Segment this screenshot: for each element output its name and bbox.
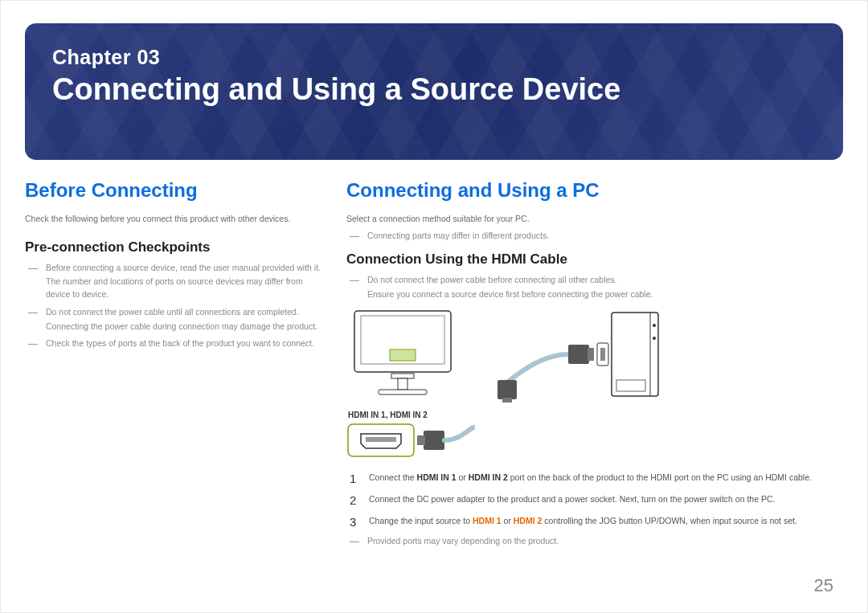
caution-subtext: Ensure you connect a source device first… <box>367 288 843 301</box>
list-item: Connecting parts may differ in different… <box>346 230 843 243</box>
step-number: 3 <box>350 513 356 532</box>
svg-rect-14 <box>588 348 594 361</box>
section-heading-before-connecting: Before Connecting <box>25 179 322 202</box>
section-intro: Select a connection method suitable for … <box>346 213 843 225</box>
manual-page: Chapter 03 Connecting and Using a Source… <box>0 0 868 613</box>
chapter-banner: Chapter 03 Connecting and Using a Source… <box>25 23 843 160</box>
svg-rect-16 <box>502 398 512 403</box>
port-label: HDMI IN 1, HDMI IN 2 <box>348 411 843 419</box>
step-text-part: Change the input source to <box>369 516 473 525</box>
list-item: Check the types of ports at the back of … <box>25 337 322 350</box>
svg-rect-19 <box>424 431 444 450</box>
chapter-label: Chapter 03 <box>52 46 816 69</box>
section-intro: Check the following before you connect t… <box>25 213 322 225</box>
footnote-list: Provided ports may vary depending on the… <box>346 535 843 548</box>
monitor-to-pc-diagram <box>346 306 684 403</box>
note-text: Connecting parts may differ in different… <box>367 231 549 240</box>
svg-rect-4 <box>398 378 407 390</box>
svg-rect-12 <box>600 348 605 361</box>
subsection-heading-checkpoints: Pre-connection Checkpoints <box>25 239 322 255</box>
caution-text: Do not connect the power cable before co… <box>367 275 617 284</box>
step-highlight: HDMI 2 <box>514 516 542 525</box>
hdmi-port-closeup <box>346 423 475 458</box>
svg-rect-20 <box>417 435 425 445</box>
step-text-part: or <box>502 516 514 525</box>
step-list: 1 Connect the HDMI IN 1 or HDMI IN 2 por… <box>346 471 843 527</box>
note-list: Connecting parts may differ in different… <box>346 230 843 243</box>
list-item: Before connecting a source device, read … <box>25 262 322 301</box>
left-column: Before Connecting Check the following be… <box>25 179 322 553</box>
connection-diagram: HDMI IN 1, HDMI IN 2 <box>346 306 843 461</box>
list-item: Do not connect the power cable until all… <box>25 306 322 333</box>
step-text-part: port on the back of the product to the H… <box>508 472 812 482</box>
svg-rect-3 <box>391 374 414 378</box>
footnote-text: Provided ports may vary depending on the… <box>367 536 559 546</box>
step-item: 2 Connect the DC power adapter to the pr… <box>346 492 843 506</box>
svg-rect-5 <box>379 390 427 394</box>
section-heading-using-pc: Connecting and Using a PC <box>346 179 843 202</box>
svg-rect-18 <box>366 437 396 442</box>
svg-rect-15 <box>497 380 517 399</box>
bullet-text: Do not connect the power cable until all… <box>46 307 299 317</box>
list-item: Do not connect the power cable before co… <box>346 274 843 301</box>
content-columns: Before Connecting Check the following be… <box>25 179 843 553</box>
step-bold: HDMI IN 2 <box>469 472 508 482</box>
step-item: 3 Change the input source to HDMI 1 or H… <box>346 514 843 528</box>
bullet-text: Check the types of ports at the back of … <box>46 338 314 348</box>
svg-point-9 <box>653 337 656 340</box>
right-column: Connecting and Using a PC Select a conne… <box>346 179 843 553</box>
checkpoint-list: Before connecting a source device, read … <box>25 262 322 351</box>
step-text: Connect the DC power adapter to the prod… <box>369 494 775 504</box>
svg-rect-13 <box>568 345 589 364</box>
step-bold: HDMI IN 1 <box>417 472 457 482</box>
caution-list: Do not connect the power cable before co… <box>346 274 843 301</box>
chapter-title: Connecting and Using a Source Device <box>52 72 816 107</box>
list-item: Provided ports may vary depending on the… <box>346 535 843 548</box>
step-number: 2 <box>350 491 356 510</box>
bullet-subtext: Connecting the power cable during connec… <box>46 321 322 333</box>
step-text-part: controlling the JOG button UP/DOWN, when… <box>542 516 796 525</box>
step-highlight: HDMI 1 <box>473 516 502 525</box>
page-number: 25 <box>814 575 833 596</box>
step-text-part: Connect the <box>369 472 417 482</box>
subsection-heading-hdmi: Connection Using the HDMI Cable <box>346 251 843 268</box>
svg-rect-6 <box>612 313 658 396</box>
svg-rect-2 <box>390 349 416 361</box>
svg-point-8 <box>653 324 656 327</box>
step-item: 1 Connect the HDMI IN 1 or HDMI IN 2 por… <box>346 471 843 484</box>
bullet-subtext: The number and locations of ports on sou… <box>46 276 322 301</box>
step-text-part: or <box>457 472 469 482</box>
step-number: 1 <box>350 469 356 488</box>
bullet-text: Before connecting a source device, read … <box>46 263 321 272</box>
